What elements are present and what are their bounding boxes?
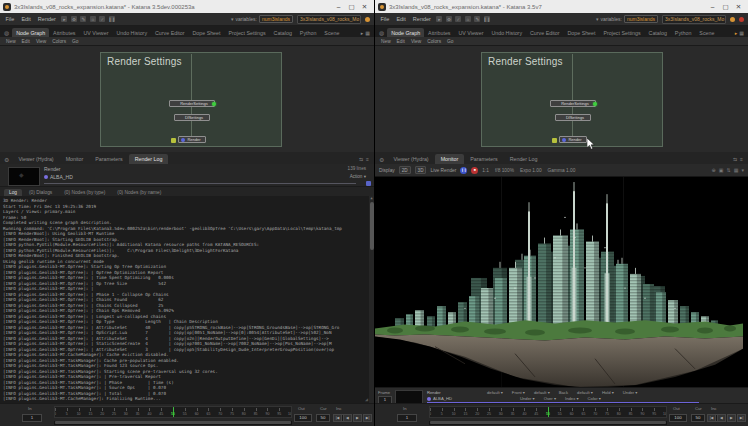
- panel-tab-viewer-hydra[interactable]: Viewer (Hydra): [12, 154, 59, 164]
- check-icon[interactable]: ✓: [99, 16, 105, 22]
- transport-button-[interactable]: ▶|: [363, 414, 372, 422]
- tab-attributes[interactable]: Attributes: [424, 28, 454, 37]
- panel-tab-parameters[interactable]: Parameters: [464, 154, 503, 164]
- scrollbar-thumb[interactable]: [370, 202, 374, 250]
- scene-name-field[interactable]: 3x3Islands_v08_rocks_Mo: [662, 15, 726, 24]
- panel-menu-icon[interactable]: ≡: [740, 156, 743, 162]
- node-rendersettings[interactable]: RenderSettings: [550, 100, 596, 107]
- minimize-button[interactable]: –: [332, 1, 345, 12]
- nodegraph-menu-colors[interactable]: Colors: [427, 39, 441, 44]
- record-indicator-icon[interactable]: [730, 17, 735, 22]
- menu-edit[interactable]: Edit: [20, 16, 32, 22]
- nodegraph-menu-new[interactable]: New: [381, 39, 391, 44]
- tab-node-graph[interactable]: Node Graph: [12, 28, 49, 37]
- catalog-dropdown-back[interactable]: Back: [559, 390, 568, 395]
- node-rendersettings[interactable]: RenderSettings: [169, 100, 215, 107]
- menu-render[interactable]: Render: [411, 16, 432, 22]
- panel-tab-parameters[interactable]: Parameters: [89, 154, 128, 164]
- tab-dope-sheet[interactable]: Dope Sheet: [564, 28, 600, 37]
- log-lock-icon[interactable]: [366, 181, 371, 186]
- node-render[interactable]: Render: [559, 136, 587, 143]
- panel-tab-monitor[interactable]: Monitor: [60, 154, 90, 164]
- out-field[interactable]: 100: [294, 414, 312, 422]
- panel-tab-render-log[interactable]: Render Log: [129, 154, 169, 164]
- tab-catalog[interactable]: Catalog: [270, 28, 296, 37]
- maximize-button[interactable]: ▢: [345, 1, 358, 12]
- tab-project-settings[interactable]: Project Settings: [224, 28, 269, 37]
- nodegraph-menu-view[interactable]: View: [411, 39, 421, 44]
- grid-icon[interactable]: ▦: [734, 167, 739, 173]
- log-filter-tab-0-nodes-by-type[interactable]: (0) Nodes (by type): [59, 189, 110, 196]
- action-dropdown[interactable]: Action ▾: [350, 174, 366, 179]
- tab-curve-editor[interactable]: Curve Editor: [526, 28, 563, 37]
- record-indicator-icon[interactable]: [365, 17, 370, 22]
- titlebar-left[interactable]: 3x3Islands_v08_rocks_expansion.katana* -…: [0, 0, 374, 13]
- pause-icon[interactable]: ❙❙: [484, 16, 490, 22]
- panel-tab-render-log[interactable]: Render Log: [504, 154, 544, 164]
- tab-scene[interactable]: Scene: [320, 28, 343, 37]
- timeline-scroll-thumb[interactable]: [430, 421, 666, 424]
- viewed-flag-icon[interactable]: [212, 102, 216, 106]
- node-render[interactable]: Render: [178, 136, 206, 143]
- nodegraph-menu-colors[interactable]: Colors: [52, 39, 66, 44]
- in-field[interactable]: 1: [22, 414, 42, 422]
- frame-ruler[interactable]: 0510152025303540455055606570758085909510…: [429, 406, 667, 418]
- frame-ruler[interactable]: 0510152025303540455055606570758085909510…: [54, 406, 292, 418]
- cur-field[interactable]: 50: [691, 414, 705, 422]
- in-field[interactable]: 1: [397, 414, 417, 422]
- edit-flag-icon[interactable]: [562, 138, 566, 142]
- crosshair-icon[interactable]: ⊕: [712, 167, 716, 173]
- transport-button-[interactable]: ▶: [353, 414, 362, 422]
- more-tabs-icon[interactable]: ▸: [361, 30, 364, 36]
- viewed-flag-icon[interactable]: [593, 102, 597, 106]
- tab-python[interactable]: Python: [671, 28, 696, 37]
- catalog-dropdown-front[interactable]: Front ▾: [512, 390, 525, 395]
- nodegraph-menu-edit[interactable]: Edit: [397, 39, 405, 44]
- transport-button-[interactable]: ▶|: [737, 414, 746, 422]
- variables-value[interactable]: num3islands: [624, 15, 658, 23]
- check-icon[interactable]: ✓: [455, 16, 461, 22]
- nodegraph-menu-edit[interactable]: Edit: [22, 39, 30, 44]
- play-icon[interactable]: ▸: [61, 16, 67, 22]
- home-icon[interactable]: ⌂: [465, 16, 471, 22]
- nodegraph-menu-view[interactable]: View: [36, 39, 46, 44]
- catalog-dropdown-default[interactable]: default ▾: [577, 390, 593, 395]
- catalog-dropdown-under[interactable]: Under ▾: [623, 390, 638, 395]
- edit-icon[interactable]: ✎: [474, 16, 480, 22]
- nodegraph-viewport-right[interactable]: Render Settings RenderSettings DlSetting…: [375, 46, 748, 152]
- out-field[interactable]: 100: [669, 414, 687, 422]
- more-tabs-icon[interactable]: ▸: [735, 30, 738, 36]
- close-button[interactable]: ✕: [358, 1, 371, 12]
- catalog-dropdown-hold[interactable]: Hold ▾: [602, 390, 614, 395]
- render-pass[interactable]: ALBA_HD: [44, 174, 73, 180]
- chevron-down-icon[interactable]: ▾: [741, 167, 744, 173]
- current-frame-marker[interactable]: [173, 407, 174, 417]
- catalog-dropdown-index[interactable]: Index ▾: [565, 396, 579, 401]
- menu-edit[interactable]: Edit: [395, 16, 407, 22]
- split-icon[interactable]: ⇆: [733, 156, 737, 162]
- transport-button-[interactable]: |◀: [333, 414, 342, 422]
- catalog-dropdown-default[interactable]: default ▾: [487, 390, 503, 395]
- mode-3d-button[interactable]: 3D: [415, 166, 427, 174]
- pause-icon[interactable]: ❙❙: [109, 16, 115, 22]
- catalog-dropdown-color[interactable]: Color ▾: [588, 396, 601, 401]
- split-icon[interactable]: ⇆: [359, 156, 363, 162]
- tab-project-settings[interactable]: Project Settings: [599, 28, 644, 37]
- tab-attributes[interactable]: Attributes: [49, 28, 79, 37]
- tab-node-graph[interactable]: Node Graph: [387, 28, 424, 37]
- play-icon[interactable]: ▸: [436, 16, 442, 22]
- tab-gear-icon[interactable]: ◍: [2, 29, 12, 37]
- node-dlsettings[interactable]: DlSettings: [174, 114, 210, 121]
- panel-tab-viewer-hydra[interactable]: Viewer (Hydra): [387, 154, 434, 164]
- tab-undo-history[interactable]: Undo History: [112, 28, 151, 37]
- render-thumbnail[interactable]: [8, 167, 40, 186]
- menu-file[interactable]: File: [4, 16, 16, 22]
- menu-render[interactable]: Render: [36, 16, 57, 22]
- timeline-scrollbar[interactable]: [54, 421, 292, 425]
- transport-button-[interactable]: ◀: [717, 414, 726, 422]
- grid-icon[interactable]: ▦: [739, 30, 744, 36]
- log-filter-tab-log[interactable]: Log: [4, 189, 22, 196]
- stop-indicator-icon[interactable]: [739, 17, 744, 22]
- edit-flag-icon[interactable]: [181, 138, 185, 142]
- cur-field[interactable]: 50: [316, 414, 330, 422]
